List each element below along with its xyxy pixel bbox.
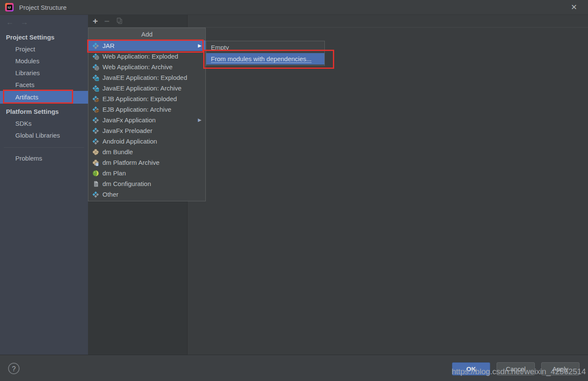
dm-plan-icon xyxy=(92,170,99,177)
menu-item-label: JavaFx Preloader xyxy=(102,127,153,134)
dm-platform-archive-icon xyxy=(92,159,99,166)
menu-item-ejb-application-exploded[interactable]: EJB Application: Exploded xyxy=(88,93,205,104)
jar-submenu: EmptyFrom modules with dependencies... xyxy=(206,41,325,66)
artifact-icon xyxy=(92,191,99,198)
svg-text:EE: EE xyxy=(96,88,99,91)
remove-artifact-icon[interactable]: − xyxy=(104,15,109,27)
menu-item-javafx-application[interactable]: JavaFx Application▶ xyxy=(88,115,205,125)
artifact-icon xyxy=(92,42,99,49)
menu-item-label: dm Platform Archive xyxy=(102,159,159,166)
menu-item-label: Other xyxy=(102,191,119,198)
menu-item-label: EJB Application: Exploded xyxy=(102,95,177,102)
sidebar-section-header-project-settings: Project Settings xyxy=(0,31,88,43)
add-menu-items: JAR▶Web Application: ExplodedWeb Applica… xyxy=(88,40,205,200)
menu-item-web-application-archive[interactable]: Web Application: Archive xyxy=(88,62,205,72)
javaee-artifact-icon: EE xyxy=(92,74,99,81)
close-icon[interactable]: ✕ xyxy=(568,2,579,13)
menu-item-label: EJB Application: Archive xyxy=(102,106,171,113)
menu-item-label: Web Application: Archive xyxy=(102,63,173,71)
ejb-artifact-icon xyxy=(92,96,99,102)
sidebar-item-global-libraries[interactable]: Global Libraries xyxy=(0,130,88,141)
sidebar: ← → Project SettingsProjectModulesLibrar… xyxy=(0,15,88,355)
menu-item-dm-configuration[interactable]: dm Configuration xyxy=(88,178,205,189)
menu-item-ejb-application-archive[interactable]: EJB Application: Archive xyxy=(88,104,205,115)
web-artifact-icon xyxy=(92,53,99,60)
artifact-icon xyxy=(92,117,99,124)
submenu-arrow-icon: ▶ xyxy=(198,117,202,123)
sidebar-nav-arrows: ← → xyxy=(0,15,88,29)
menu-item-javafx-preloader[interactable]: JavaFx Preloader xyxy=(88,125,205,136)
jar-submenu-items: EmptyFrom modules with dependencies... xyxy=(206,42,324,65)
menu-item-dm-bundle[interactable]: dm Bundle xyxy=(88,147,205,157)
submenu-item-empty[interactable]: Empty xyxy=(206,42,324,53)
menu-item-web-application-exploded[interactable]: Web Application: Exploded xyxy=(88,51,205,62)
help-button[interactable]: ? xyxy=(8,363,20,374)
add-artifact-icon[interactable]: + xyxy=(93,15,98,27)
window-title: Project Structure xyxy=(19,4,67,11)
menu-item-label: Web Application: Exploded xyxy=(102,53,178,60)
dm-bundle-icon xyxy=(92,149,99,155)
menu-item-dm-plan[interactable]: dm Plan xyxy=(88,168,205,178)
sidebar-item-facets[interactable]: Facets xyxy=(0,79,88,91)
menu-item-other[interactable]: Other xyxy=(88,189,205,200)
add-popup-menu: Add JAR▶Web Application: ExplodedWeb App… xyxy=(88,28,206,201)
menu-item-label: dm Plan xyxy=(102,169,126,177)
artifact-icon xyxy=(92,127,99,134)
add-menu-header: Add xyxy=(88,28,205,40)
sidebar-item-modules[interactable]: Modules xyxy=(0,55,88,67)
artifacts-toolbar: + − xyxy=(88,15,588,28)
web-artifact-icon xyxy=(92,64,99,71)
svg-text:EE: EE xyxy=(96,78,99,80)
menu-item-label: dm Configuration xyxy=(102,180,151,187)
menu-item-label: JavaFx Application xyxy=(102,116,156,124)
menu-item-label: JavaEE Application: Archive xyxy=(102,85,182,92)
sidebar-sections: Project SettingsProjectModulesLibrariesF… xyxy=(0,31,88,141)
intellij-logo-text: IJ xyxy=(7,5,12,10)
javaee-artifact-icon: EE xyxy=(92,85,99,92)
dm-configuration-icon xyxy=(92,181,99,187)
back-arrow-icon[interactable]: ← xyxy=(6,18,14,27)
menu-item-label: JavaEE Application: Exploded xyxy=(102,74,187,81)
menu-item-label: Android Application xyxy=(102,138,157,145)
submenu-arrow-icon: ▶ xyxy=(198,43,202,48)
sidebar-item-artifacts[interactable]: Artifacts xyxy=(0,91,88,104)
ejb-artifact-icon xyxy=(92,106,99,113)
submenu-item-from-modules-with-dependencies[interactable]: From modules with dependencies... xyxy=(206,53,324,65)
sidebar-section-header-platform-settings: Platform Settings xyxy=(0,106,88,118)
sidebar-item-libraries[interactable]: Libraries xyxy=(0,67,88,79)
menu-item-jar[interactable]: JAR▶ xyxy=(88,40,205,51)
artifact-icon xyxy=(92,138,99,145)
copy-artifact-icon[interactable] xyxy=(116,17,123,25)
menu-item-javaee-application-exploded[interactable]: EEJavaEE Application: Exploded xyxy=(88,72,205,83)
menu-item-android-application[interactable]: Android Application xyxy=(88,136,205,147)
menu-item-javaee-application-archive[interactable]: EEJavaEE Application: Archive xyxy=(88,83,205,93)
menu-item-dm-platform-archive[interactable]: dm Platform Archive xyxy=(88,157,205,168)
project-structure-dialog: IJ Project Structure ✕ ← → Project Setti… xyxy=(0,0,588,381)
sidebar-divider xyxy=(4,147,84,148)
forward-arrow-icon[interactable]: → xyxy=(20,18,28,27)
sidebar-item-sdks[interactable]: SDKs xyxy=(0,118,88,130)
artifact-editor-panel xyxy=(187,15,588,355)
menu-item-label: dm Bundle xyxy=(102,148,133,155)
watermark-text: https://blog.csdn.net/weixin_42562514 xyxy=(452,367,586,376)
titlebar: IJ Project Structure ✕ xyxy=(0,0,588,15)
intellij-logo-icon: IJ xyxy=(5,3,14,11)
menu-item-label: JAR xyxy=(102,42,114,49)
sidebar-item-problems[interactable]: Problems xyxy=(0,152,88,164)
sidebar-item-project[interactable]: Project xyxy=(0,43,88,55)
